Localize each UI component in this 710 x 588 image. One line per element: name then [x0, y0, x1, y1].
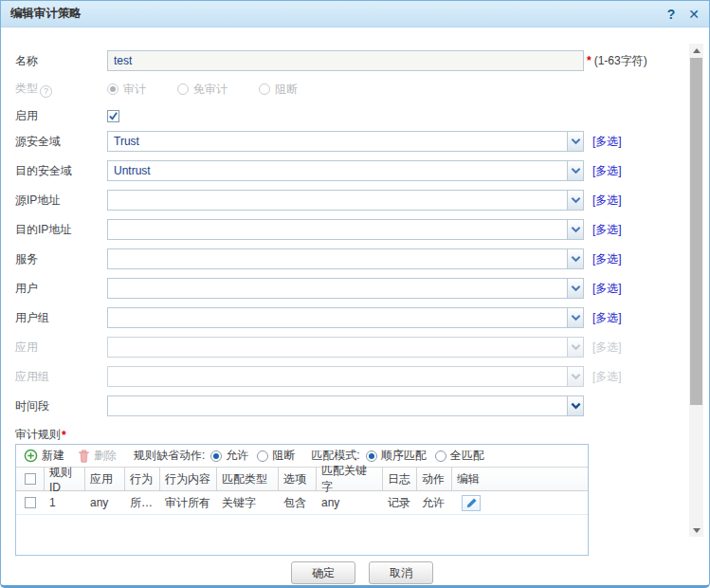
col-action[interactable]: 动作: [417, 468, 452, 490]
radio-icon: [435, 450, 446, 462]
src-zone-select[interactable]: Trust: [107, 131, 584, 152]
name-row: 名称 * (1-63字符): [15, 50, 709, 71]
dialog-titlebar: 编辑审计策略 ? ✕: [1, 1, 709, 28]
dst-zone-row: 目的安全域 Untrust [多选]: [15, 160, 709, 181]
src-ip-label: 源IP地址: [15, 193, 107, 209]
dst-zone-label: 目的安全域: [15, 163, 107, 179]
src-zone-multi-link[interactable]: [多选]: [592, 134, 622, 150]
dst-ip-label: 目的IP地址: [15, 222, 107, 238]
type-help-icon: ?: [40, 85, 52, 98]
service-label: 服务: [15, 251, 107, 267]
cell-rule-id: 1: [45, 496, 85, 509]
col-keyword[interactable]: 匹配关键字: [317, 468, 383, 490]
scroll-up-icon[interactable]: [689, 44, 703, 57]
default-action-label: 规则缺省动作:: [134, 448, 205, 464]
radio-icon: [257, 450, 268, 462]
user-group-select[interactable]: [107, 307, 584, 328]
app-select: [107, 337, 584, 358]
app-row: 应用 [多选]: [15, 337, 709, 358]
chevron-down-icon[interactable]: [567, 161, 583, 180]
chevron-down-icon: [567, 367, 583, 386]
chevron-down-icon[interactable]: [567, 249, 583, 268]
col-log[interactable]: 日志: [383, 468, 417, 490]
name-input[interactable]: [107, 50, 584, 71]
dst-zone-multi-link[interactable]: [多选]: [592, 163, 622, 179]
col-edit[interactable]: 编辑: [452, 468, 490, 490]
service-multi-link[interactable]: [多选]: [592, 251, 622, 267]
dst-ip-select[interactable]: [107, 219, 584, 240]
enable-checkbox[interactable]: [107, 110, 119, 122]
new-rule-button[interactable]: 新建: [24, 448, 64, 464]
row-checkbox[interactable]: [25, 497, 36, 508]
cell-match-type: 关键字: [217, 495, 279, 511]
col-app[interactable]: 应用: [85, 468, 125, 490]
chevron-down-icon[interactable]: [567, 279, 583, 298]
vertical-scrollbar[interactable]: [689, 44, 703, 537]
col-option[interactable]: 选项: [279, 468, 317, 490]
user-group-row: 用户组 [多选]: [15, 307, 709, 328]
check-icon: [108, 111, 118, 121]
src-ip-multi-link[interactable]: [多选]: [592, 193, 622, 209]
ok-button[interactable]: 确定: [291, 561, 355, 584]
help-icon[interactable]: ?: [667, 8, 676, 21]
scroll-down-icon[interactable]: [689, 524, 703, 537]
table-row[interactable]: 1 any 所有... 审计所有 关键字 包含 any 记录 允许: [16, 491, 588, 515]
pencil-icon: [465, 497, 478, 509]
user-multi-link[interactable]: [多选]: [592, 281, 622, 297]
scrollbar-thumb[interactable]: [690, 58, 702, 405]
src-zone-label: 源安全域: [15, 134, 107, 150]
name-required-mark: *: [587, 54, 592, 67]
close-icon[interactable]: ✕: [688, 8, 700, 21]
cell-log: 记录: [383, 495, 417, 511]
default-action-allow[interactable]: 允许: [210, 448, 248, 464]
app-group-multi-link: [多选]: [592, 369, 622, 385]
app-group-select: [107, 366, 584, 387]
user-select[interactable]: [107, 278, 584, 299]
src-zone-row: 源安全域 Trust [多选]: [15, 131, 709, 152]
match-mode-sequential[interactable]: 顺序匹配: [366, 448, 427, 464]
app-label: 应用: [15, 340, 107, 356]
select-all-checkbox[interactable]: [25, 473, 36, 485]
service-select[interactable]: [107, 248, 584, 269]
enable-label: 启用: [15, 108, 107, 124]
dst-ip-multi-link[interactable]: [多选]: [592, 222, 622, 238]
time-period-label: 时间段: [15, 398, 107, 414]
cell-keyword: any: [317, 496, 383, 509]
cell-app: any: [85, 496, 125, 509]
rules-section-label: 审计规则 *: [15, 428, 709, 442]
dst-ip-row: 目的IP地址 [多选]: [15, 219, 709, 240]
default-action-block[interactable]: 阻断: [257, 448, 295, 464]
name-label: 名称: [15, 53, 107, 69]
match-mode-all[interactable]: 全匹配: [435, 448, 484, 464]
col-behavior[interactable]: 行为: [125, 468, 160, 490]
chevron-down-icon: [567, 338, 583, 357]
src-ip-select[interactable]: [107, 190, 584, 211]
cancel-button[interactable]: 取消: [369, 561, 433, 584]
src-ip-row: 源IP地址 [多选]: [15, 190, 709, 211]
time-period-select[interactable]: [107, 395, 584, 416]
radio-icon: [107, 83, 118, 95]
app-multi-link: [多选]: [592, 340, 622, 356]
user-group-multi-link[interactable]: [多选]: [592, 310, 622, 326]
chevron-down-icon[interactable]: [567, 191, 583, 210]
type-option-block: 阻断: [259, 82, 298, 98]
cell-behavior: 所有...: [125, 495, 160, 511]
col-rule-id[interactable]: 规则ID: [45, 468, 85, 490]
chevron-down-icon[interactable]: [567, 132, 583, 151]
col-behavior-content[interactable]: 行为内容: [160, 468, 217, 490]
type-row: 类型? 审计 免审计 阻断: [15, 80, 709, 99]
dialog-footer: 确定 取消: [15, 561, 709, 584]
edit-audit-policy-dialog: 编辑审计策略 ? ✕ 名称 * (1-63字符) 类型? 审计 免审计: [0, 0, 710, 588]
chevron-down-icon[interactable]: [567, 220, 583, 239]
radio-icon: [210, 450, 222, 462]
dialog-title: 编辑审计策略: [10, 6, 82, 22]
app-group-label: 应用组: [15, 369, 107, 385]
rules-table-header: 规则ID 应用 行为 行为内容 匹配类型 选项 匹配关键字 日志 动作 编辑: [16, 468, 588, 491]
select-all-checkbox-cell: [16, 468, 45, 490]
edit-rule-button[interactable]: [462, 495, 481, 511]
app-group-row: 应用组 [多选]: [15, 366, 709, 387]
col-match-type[interactable]: 匹配类型: [217, 468, 279, 490]
chevron-down-icon[interactable]: [567, 308, 583, 327]
chevron-down-icon[interactable]: [567, 396, 583, 415]
dst-zone-select[interactable]: Untrust: [107, 160, 584, 181]
